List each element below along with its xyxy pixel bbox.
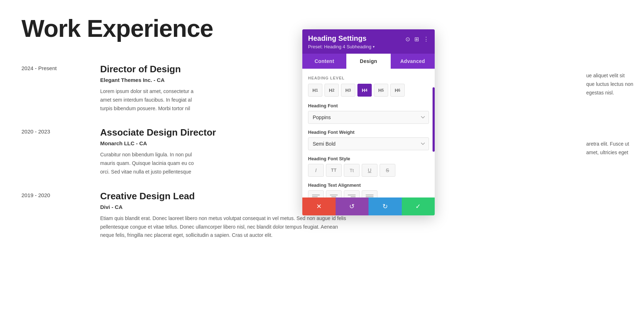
font-style-buttons: I TT Tt U S (308, 164, 429, 177)
h6-button[interactable]: H6 (390, 84, 405, 97)
heading-font-group: Heading Font Poppins Roboto Open Sans La… (308, 103, 429, 124)
h1-button[interactable]: H1 (308, 84, 322, 97)
heading-font-weight-label: Heading Font Weight (308, 130, 429, 135)
more-icon[interactable]: ⋮ (423, 36, 429, 43)
panel-header-icons: ⊙ ⊞ ⋮ (405, 34, 429, 43)
strikethrough-button[interactable]: S (380, 164, 395, 177)
heading-settings-panel: Heading Settings Preset: Heading 4 Subhe… (302, 29, 435, 215)
heading-level-row: H1 H2 H3 H4 H5 H6 (308, 84, 429, 97)
panel-header: Heading Settings Preset: Heading 4 Subhe… (302, 29, 435, 54)
save-button[interactable]: ✓ (402, 197, 435, 215)
h3-button[interactable]: H3 (341, 84, 355, 97)
panel-header-left: Heading Settings Preset: Heading 4 Subhe… (308, 34, 375, 49)
heading-text-alignment-group: Heading Text Alignment (308, 182, 429, 197)
heading-font-style-label: Heading Font Style (308, 156, 429, 161)
undo-button[interactable]: ↺ (336, 197, 369, 215)
redo-button[interactable]: ↻ (369, 197, 402, 215)
uppercase-button[interactable]: TT (326, 164, 342, 177)
entry-date: 2020 - 2023 (21, 127, 100, 176)
underline-button[interactable]: U (362, 164, 377, 177)
entry-date: 2019 - 2020 (21, 191, 100, 240)
align-center-button[interactable] (326, 190, 342, 197)
grid-icon[interactable]: ⊞ (414, 36, 419, 43)
align-left-button[interactable] (308, 190, 324, 197)
entry-description: Etiam quis blandit erat. Donec laoreet l… (100, 214, 351, 240)
tab-advanced[interactable]: Advanced (391, 54, 435, 69)
panel-body: Heading Level H1 H2 H3 H4 H5 H6 Heading … (302, 69, 435, 197)
align-justify-button[interactable] (362, 190, 377, 197)
capture-icon[interactable]: ⊙ (405, 36, 410, 43)
heading-text-alignment-label: Heading Text Alignment (308, 182, 429, 188)
panel-tabs: Content Design Advanced (302, 54, 435, 69)
alignment-buttons (308, 190, 429, 197)
heading-font-weight-group: Heading Font Weight Semi Bold Regular Bo… (308, 130, 429, 150)
italic-button[interactable]: I (308, 164, 324, 177)
h4-button[interactable]: H4 (357, 84, 372, 97)
heading-level-label: Heading Level (308, 76, 429, 80)
heading-font-label: Heading Font (308, 103, 429, 108)
tab-design[interactable]: Design (346, 54, 390, 69)
heading-font-style-group: Heading Font Style I TT Tt U S (308, 156, 429, 177)
h2-button[interactable]: H2 (325, 84, 339, 97)
chevron-down-icon: ▾ (373, 45, 375, 49)
heading-font-weight-select[interactable]: Semi Bold Regular Bold Light (308, 137, 429, 150)
panel-footer: ✕ ↺ ↻ ✓ (302, 197, 435, 215)
cancel-button[interactable]: ✕ (302, 197, 336, 215)
h5-button[interactable]: H5 (374, 84, 388, 97)
heading-font-select[interactable]: Poppins Roboto Open Sans Lato (308, 111, 429, 124)
align-right-button[interactable] (344, 190, 360, 197)
tab-content[interactable]: Content (302, 54, 346, 69)
scroll-indicator (433, 87, 435, 152)
panel-preset[interactable]: Preset: Heading 4 Subheading ▾ (308, 44, 375, 49)
panel-title: Heading Settings (308, 34, 375, 43)
capitalize-button[interactable]: Tt (344, 164, 360, 177)
entry-date: 2024 - Present (21, 64, 100, 113)
right-text-overflow: ue aliquet velit sitque luctus lectus no… (586, 72, 633, 161)
